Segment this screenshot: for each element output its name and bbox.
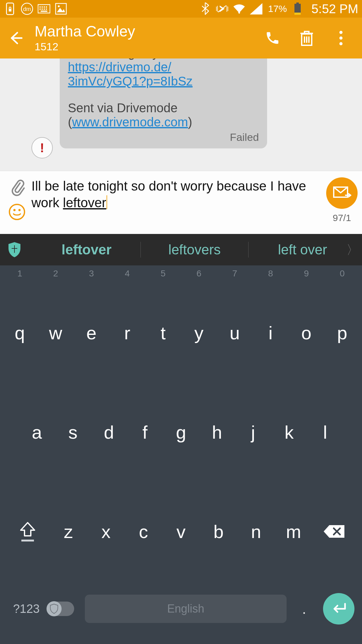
overflow-menu-button[interactable] bbox=[332, 30, 349, 47]
wifi-icon bbox=[233, 3, 245, 15]
failed-badge-icon[interactable]: ! bbox=[31, 137, 53, 158]
key-m[interactable]: m bbox=[275, 521, 312, 542]
key-s[interactable]: s bbox=[55, 382, 91, 482]
battery-percent: 17% bbox=[268, 3, 287, 14]
message-link[interactable]: 3imVc/yGQ1?p=8IbSz bbox=[68, 74, 193, 88]
key-d[interactable]: d bbox=[91, 382, 127, 482]
app-header: Martha Cowley 1512 bbox=[0, 18, 362, 58]
svg-rect-13 bbox=[41, 11, 47, 12]
back-button[interactable] bbox=[6, 29, 25, 47]
suggestion-strip: leftover leftovers left over 〉 bbox=[0, 234, 362, 265]
key-r[interactable]: r bbox=[109, 283, 145, 382]
period-key[interactable]: . bbox=[295, 600, 314, 617]
num-hint: 0 bbox=[324, 269, 360, 284]
dm-icon: dm bbox=[21, 3, 33, 15]
svg-rect-6 bbox=[41, 6, 43, 8]
key-t[interactable]: t bbox=[145, 283, 181, 382]
svg-rect-7 bbox=[44, 6, 45, 8]
clock-text: 5:52 PM bbox=[311, 2, 358, 16]
message-status: Failed bbox=[68, 131, 259, 143]
key-o[interactable]: o bbox=[288, 283, 324, 382]
contact-number: 1512 bbox=[35, 41, 264, 53]
vibrate-icon bbox=[216, 3, 228, 15]
svg-point-26 bbox=[9, 204, 25, 219]
backspace-key[interactable] bbox=[312, 523, 356, 540]
attach-button[interactable] bbox=[8, 179, 26, 196]
space-key[interactable]: English bbox=[85, 595, 287, 623]
svg-point-23 bbox=[339, 31, 343, 34]
send-button[interactable] bbox=[326, 177, 358, 209]
key-u[interactable]: u bbox=[217, 283, 253, 382]
key-b[interactable]: b bbox=[200, 521, 237, 542]
key-w[interactable]: w bbox=[38, 283, 74, 382]
key-z[interactable]: z bbox=[50, 521, 87, 542]
svg-rect-8 bbox=[46, 6, 47, 8]
message-link[interactable]: https://drivemo.de/ bbox=[68, 60, 171, 74]
svg-marker-17 bbox=[238, 12, 240, 14]
keyboard-icon bbox=[38, 3, 50, 15]
key-e[interactable]: e bbox=[74, 283, 109, 382]
key-row-2: a s d f g h j k l bbox=[0, 382, 362, 482]
suggestion-1[interactable]: leftover bbox=[33, 242, 140, 258]
text-cursor-icon bbox=[107, 195, 107, 209]
message-text-line: Sent via Drivemode (www.drivemode.com) bbox=[68, 101, 259, 129]
key-y[interactable]: y bbox=[181, 283, 217, 382]
key-g[interactable]: g bbox=[163, 382, 199, 482]
key-k[interactable]: k bbox=[271, 382, 307, 482]
input-cursor-word: leftover bbox=[63, 195, 106, 210]
num-hint: 9 bbox=[288, 269, 324, 284]
title-block[interactable]: Martha Cowley 1512 bbox=[35, 23, 264, 53]
svg-rect-10 bbox=[41, 8, 43, 10]
battery-icon bbox=[291, 3, 304, 15]
key-p[interactable]: p bbox=[324, 283, 360, 382]
number-hint-row: 1 2 3 4 5 6 7 8 9 0 bbox=[0, 269, 362, 284]
svg-rect-1 bbox=[9, 9, 12, 12]
key-row-1: q w e r t y u i o p bbox=[0, 283, 362, 382]
num-hint: 3 bbox=[74, 269, 109, 284]
key-n[interactable]: n bbox=[237, 521, 275, 542]
svg-rect-14 bbox=[56, 3, 66, 14]
image-icon bbox=[55, 3, 67, 15]
key-a[interactable]: a bbox=[19, 382, 55, 482]
key-c[interactable]: c bbox=[125, 521, 162, 542]
svg-marker-15 bbox=[57, 8, 65, 12]
key-q[interactable]: q bbox=[2, 283, 38, 382]
svg-point-27 bbox=[14, 209, 16, 211]
num-hint: 6 bbox=[181, 269, 217, 284]
suggestion-2[interactable]: leftovers bbox=[141, 242, 249, 258]
num-hint: 8 bbox=[253, 269, 288, 284]
status-left: dm bbox=[4, 3, 67, 15]
num-hint: 1 bbox=[2, 269, 38, 284]
delete-button[interactable] bbox=[298, 30, 315, 47]
key-x[interactable]: x bbox=[87, 521, 124, 542]
key-v[interactable]: v bbox=[162, 521, 200, 542]
call-button[interactable] bbox=[264, 30, 281, 47]
message-bubble[interactable]: this message by voice! https://drivemo.d… bbox=[60, 58, 267, 148]
emoji-button[interactable] bbox=[8, 203, 26, 221]
svg-rect-11 bbox=[44, 8, 45, 10]
status-right: 17% 5:52 PM bbox=[199, 2, 358, 16]
enter-key[interactable] bbox=[323, 593, 354, 625]
key-f[interactable]: f bbox=[127, 382, 163, 482]
suggestion-3[interactable]: left over bbox=[249, 242, 356, 258]
message-link[interactable]: www.drivemode.com bbox=[72, 115, 188, 129]
key-l[interactable]: l bbox=[307, 382, 343, 482]
key-h[interactable]: h bbox=[199, 382, 235, 482]
contact-name: Martha Cowley bbox=[35, 23, 264, 40]
shield-icon[interactable] bbox=[6, 241, 23, 258]
shift-key[interactable] bbox=[6, 521, 50, 541]
key-i[interactable]: i bbox=[253, 283, 288, 382]
num-hint: 2 bbox=[38, 269, 74, 284]
conversation-area[interactable]: this message by voice! https://drivemo.d… bbox=[0, 58, 362, 171]
svg-rect-5 bbox=[40, 6, 41, 8]
svg-point-28 bbox=[19, 209, 21, 211]
signal-icon bbox=[250, 3, 262, 15]
symbols-key[interactable]: ?123 bbox=[8, 602, 45, 616]
num-hint: 4 bbox=[109, 269, 145, 284]
bluetooth-icon bbox=[199, 3, 211, 15]
chevron-right-icon[interactable]: 〉 bbox=[346, 241, 359, 258]
language-toggle[interactable] bbox=[45, 602, 77, 616]
svg-rect-20 bbox=[296, 3, 299, 4]
message-input[interactable]: Ill be late tonight so don't worry becau… bbox=[26, 175, 326, 211]
key-j[interactable]: j bbox=[235, 382, 271, 482]
